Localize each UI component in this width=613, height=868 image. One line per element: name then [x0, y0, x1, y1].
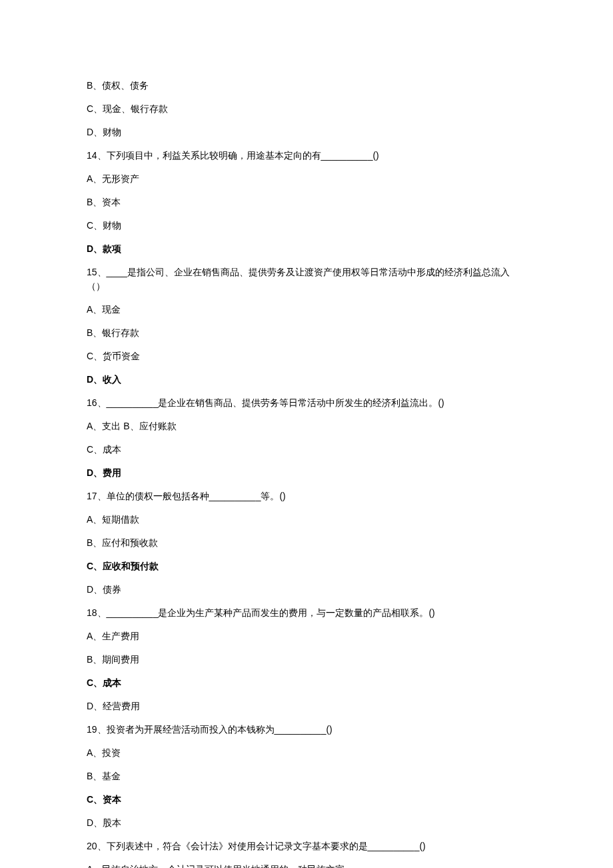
option-c-answer: C、应收和预付款 [87, 559, 526, 573]
question-stem: 15、____是指公司、企业在销售商品、提供劳务及让渡资产使用权等日常活动中形成… [87, 265, 526, 293]
option-d-answer: D、费用 [87, 466, 526, 480]
text-line: D、财物 [87, 125, 526, 139]
option-c: C、货币资金 [87, 349, 526, 363]
option-b: B、银行存款 [87, 326, 526, 340]
question-stem: 18、__________是企业为生产某种产品而发生的费用，与一定数量的产品相联… [87, 606, 526, 620]
option-d-answer: D、款项 [87, 242, 526, 256]
option-c: C、财物 [87, 219, 526, 233]
question-stem: 16、__________是企业在销售商品、提供劳务等日常活动中所发生的经济利益… [87, 396, 526, 410]
option-d-answer: D、收入 [87, 373, 526, 387]
option-a: A、现金 [87, 303, 526, 317]
question-stem: 14、下列项目中，利益关系比较明确，用途基本定向的有__________() [87, 149, 526, 163]
option-d: D、经营费用 [87, 699, 526, 713]
option-a: A、短期借款 [87, 513, 526, 527]
option-b: B、基金 [87, 769, 526, 783]
option-a: A、民族自治地方，会计记录可以使用当地通用的一种民族文字 [87, 863, 526, 868]
option-d: D、股本 [87, 816, 526, 830]
question-stem: 17、单位的债权一般包括各种__________等。() [87, 489, 526, 503]
option-b: B、资本 [87, 195, 526, 209]
option-a: A、生产费用 [87, 629, 526, 643]
option-d: D、债券 [87, 583, 526, 597]
question-stem: 20、下列表述中，符合《会计法》对使用会计记录文字基本要求的是_________… [87, 839, 526, 853]
option-c: C、成本 [87, 443, 526, 457]
document-page: B、债权、债务 C、现金、银行存款 D、财物 14、下列项目中，利益关系比较明确… [0, 0, 613, 868]
option-a: A、无形资产 [87, 172, 526, 186]
option-c-answer: C、成本 [87, 676, 526, 690]
text-line: B、债权、债务 [87, 79, 526, 93]
question-stem: 19、投资者为开展经营活动而投入的本钱称为__________() [87, 723, 526, 737]
option-b: B、应付和预收款 [87, 536, 526, 550]
option-b: B、期间费用 [87, 653, 526, 667]
text-line: C、现金、银行存款 [87, 102, 526, 116]
option-c-answer: C、资本 [87, 793, 526, 807]
option-a-b: A、支出 B、应付账款 [87, 419, 526, 433]
option-a: A、投资 [87, 746, 526, 760]
